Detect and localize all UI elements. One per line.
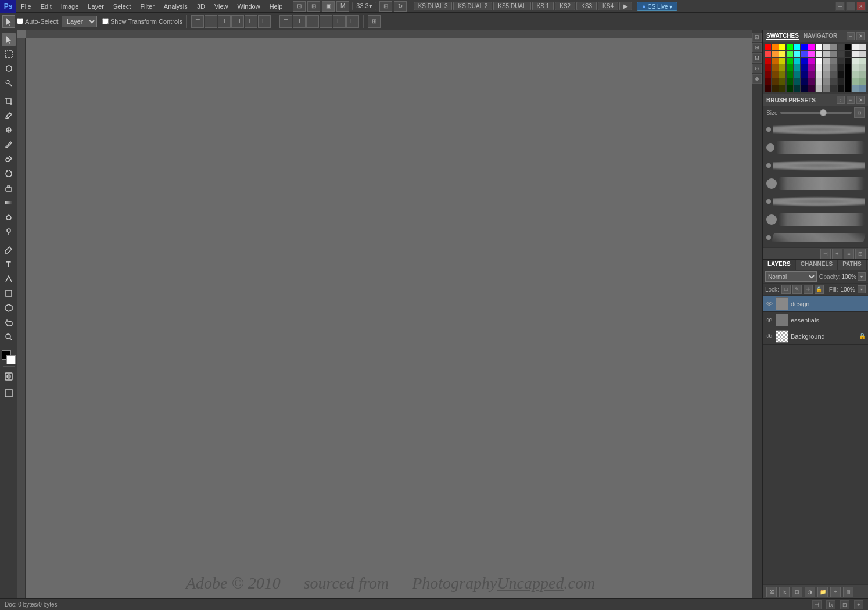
cs-live-button[interactable]: ● CS Live ▾ (637, 2, 677, 11)
swatch-color-90[interactable] (808, 85, 815, 92)
layer-eye-background[interactable]: 👁 (765, 332, 773, 340)
swatch-color-35[interactable] (816, 58, 822, 64)
swatch-color-50[interactable] (823, 64, 830, 71)
brush-preset-row-2[interactable] (764, 157, 867, 174)
swatch-color-64[interactable] (823, 71, 830, 78)
swatch-color-4[interactable] (794, 44, 800, 50)
dist-h-center[interactable]: ⊢ (333, 15, 346, 28)
status-btn-2[interactable]: fx (826, 600, 835, 609)
align-bottom-edges[interactable]: ⊥ (218, 15, 231, 28)
opacity-arrow[interactable]: ▾ (858, 272, 866, 281)
swatch-color-77[interactable] (816, 78, 822, 85)
swatch-color-69[interactable] (859, 71, 866, 78)
extras-btn[interactable]: M (336, 1, 349, 12)
swatch-color-28[interactable] (765, 58, 771, 64)
dist-bottom[interactable]: ⊥ (306, 15, 319, 28)
brush-preset-row-6[interactable] (764, 229, 867, 246)
swatch-color-61[interactable] (801, 71, 808, 78)
brush-presets-header[interactable]: BRUSH PRESETS ↕ ≡ ✕ (763, 94, 868, 106)
brush-size-slider[interactable] (780, 112, 852, 114)
swatch-color-60[interactable] (794, 71, 800, 78)
fill-arrow[interactable]: ▾ (858, 285, 866, 293)
swatch-color-19[interactable] (801, 51, 808, 57)
auto-select-checkbox[interactable] (17, 18, 23, 24)
mini-tool-btn-4[interactable]: ⊙ (752, 64, 762, 73)
menu-image[interactable]: Image (56, 0, 84, 12)
ws-tab-ks4[interactable]: KS4 (598, 2, 618, 10)
swatch-color-63[interactable] (816, 71, 822, 78)
swatch-color-73[interactable] (787, 78, 793, 85)
swatch-color-30[interactable] (779, 58, 785, 64)
menu-help[interactable]: Help (265, 0, 288, 12)
dodge-tool[interactable] (2, 225, 16, 239)
menu-edit[interactable]: Edit (36, 0, 56, 12)
swatch-color-87[interactable] (787, 85, 793, 92)
swatch-color-37[interactable] (830, 58, 837, 64)
lock-all[interactable]: 🔒 (815, 285, 824, 294)
pen-tool[interactable] (2, 243, 16, 257)
close-button[interactable]: ✕ (856, 2, 866, 11)
layers-tab-layers[interactable]: LAYERS (763, 260, 796, 270)
quick-select-tool[interactable] (2, 76, 16, 90)
layer-link-btn[interactable]: ⛓ (766, 587, 777, 597)
layers-tab-paths[interactable]: PATHS (838, 260, 866, 270)
text-tool[interactable]: T (2, 257, 16, 271)
swatch-color-93[interactable] (830, 85, 837, 92)
layers-tab-channels[interactable]: CHANNELS (796, 260, 838, 270)
restore-button[interactable]: □ (846, 2, 855, 11)
brush-panel-menu[interactable]: ≡ (847, 96, 855, 104)
layer-item-background[interactable]: 👁 Background 🔒 (763, 328, 868, 345)
swatch-color-29[interactable] (772, 58, 779, 64)
dist-top[interactable]: ⊤ (279, 15, 292, 28)
swatch-color-40[interactable] (852, 58, 859, 64)
swatch-color-66[interactable] (838, 71, 844, 78)
swatch-color-38[interactable] (838, 58, 844, 64)
swatch-color-8[interactable] (823, 44, 830, 50)
lock-position[interactable]: ✛ (804, 285, 813, 294)
menu-file[interactable]: File (16, 0, 36, 12)
auto-select-dropdown[interactable]: Layer Group (62, 16, 97, 27)
tab-navigator[interactable]: NAVIGATOR (804, 33, 837, 40)
shape-tool[interactable] (2, 286, 16, 300)
menu-select[interactable]: Select (109, 0, 136, 12)
rotate-icon[interactable]: ↻ (394, 1, 407, 12)
ws-tab-ks3[interactable]: KS3 (576, 2, 597, 10)
zoom-tool[interactable] (2, 330, 16, 344)
swatch-color-67[interactable] (845, 71, 851, 78)
swatches-panel-header[interactable]: SWATCHES NAVIGATOR ─ ✕ (763, 30, 868, 42)
swatch-color-56[interactable] (765, 71, 771, 78)
swatch-color-45[interactable] (787, 64, 793, 71)
brush-panel-expand-btn[interactable]: ⊞ (855, 249, 866, 259)
status-btn-1[interactable]: ⊣ (812, 600, 822, 609)
menu-view[interactable]: View (210, 0, 233, 12)
tab-swatches[interactable]: SWATCHES (766, 33, 799, 40)
swatch-color-26[interactable] (852, 51, 859, 57)
mini-tool-btn-2[interactable]: ⊠ (752, 43, 762, 52)
screen-mode-btn[interactable] (2, 386, 16, 400)
minimize-button[interactable]: ─ (835, 2, 845, 11)
swatch-color-58[interactable] (779, 71, 785, 78)
swatch-color-23[interactable] (830, 51, 837, 57)
menu-layer[interactable]: Layer (83, 0, 109, 12)
crop-tool[interactable] (2, 94, 16, 108)
swatch-color-71[interactable] (772, 78, 779, 85)
swatch-color-79[interactable] (830, 78, 837, 85)
layer-mask-btn[interactable]: ⊡ (792, 587, 802, 597)
swatch-color-78[interactable] (823, 78, 830, 85)
swatch-color-97[interactable] (859, 85, 866, 92)
ws-tab-ks1[interactable]: KS 1 (532, 2, 554, 10)
arrange-icon[interactable]: ⊞ (379, 1, 392, 12)
menu-analysis[interactable]: Analysis (159, 0, 192, 12)
lasso-tool[interactable] (2, 62, 16, 76)
canvas-align-btn[interactable]: ⊞ (368, 15, 381, 28)
swatch-color-10[interactable] (838, 44, 844, 50)
swatch-color-96[interactable] (852, 85, 859, 92)
quick-mask-btn[interactable] (2, 369, 16, 383)
swatch-color-82[interactable] (852, 78, 859, 85)
ws-tab-ks2[interactable]: KS2 (555, 2, 575, 10)
healing-brush-tool[interactable] (2, 123, 16, 137)
swatch-color-13[interactable] (859, 44, 866, 50)
eraser-tool[interactable] (2, 181, 16, 195)
mini-tool-btn-5[interactable]: ⊗ (752, 74, 762, 84)
swatch-color-32[interactable] (794, 58, 800, 64)
